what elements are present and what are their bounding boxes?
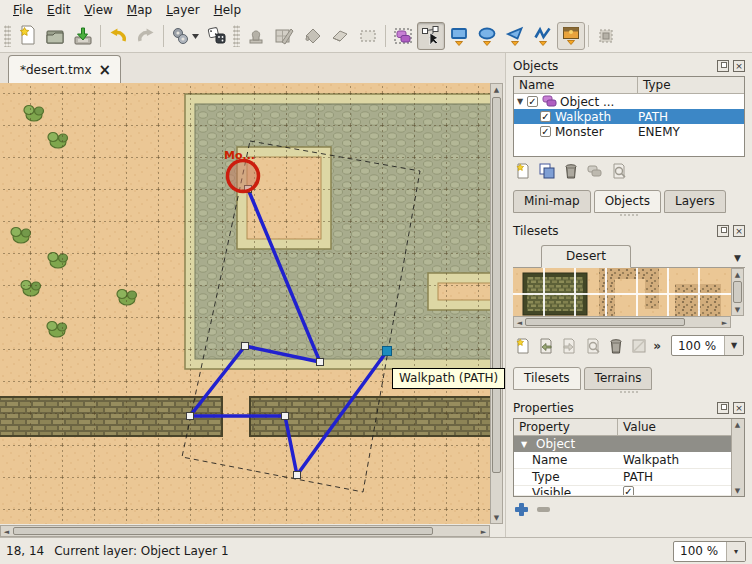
map-vertical-scrollbar[interactable]: ▲ ▼ <box>490 83 503 524</box>
scroll-right-icon[interactable]: ► <box>719 317 730 328</box>
scroll-right-icon[interactable]: ► <box>478 526 489 537</box>
tileset-vscroll-thumb[interactable] <box>733 281 742 303</box>
object-group-row[interactable]: ▼ ✓ Object ... <box>514 94 744 109</box>
objects-close-icon[interactable]: × <box>733 60 745 72</box>
expander-icon[interactable]: ▼ <box>517 97 527 106</box>
insert-polyline-tool-button[interactable] <box>529 22 557 50</box>
scroll-down-icon[interactable]: ▼ <box>732 304 743 315</box>
tileset-tab-desert[interactable]: Desert <box>541 245 631 268</box>
remove-property-button[interactable] <box>537 507 550 512</box>
map-hscroll-thumb[interactable] <box>13 527 433 535</box>
properties-float-icon[interactable] <box>717 402 729 414</box>
scroll-left-icon[interactable]: ◄ <box>514 317 525 328</box>
remove-tileset-button[interactable] <box>607 337 624 355</box>
bucket-fill-button[interactable] <box>298 22 326 50</box>
scroll-up-icon[interactable]: ▲ <box>491 84 502 95</box>
property-name-value[interactable]: Walkpath <box>618 453 731 467</box>
toolbar-grip-2[interactable] <box>233 25 240 47</box>
objects-float-icon[interactable] <box>717 60 729 72</box>
menu-file[interactable]: File <box>6 2 40 18</box>
tileset-hscroll-thumb[interactable] <box>525 318 685 326</box>
tileset-dropdown-icon[interactable]: ▼ <box>734 253 741 267</box>
expander-icon[interactable]: ▼ <box>521 440 531 449</box>
scroll-down-icon[interactable]: ▼ <box>491 512 502 523</box>
monster-object-circle[interactable] <box>228 161 259 192</box>
tab-tilesets[interactable]: Tilesets <box>513 367 581 390</box>
undo-button[interactable] <box>104 22 132 50</box>
rect-select-button[interactable] <box>354 22 382 50</box>
properties-scrollbar[interactable]: ▲ ▼ <box>731 419 744 496</box>
document-tab-desert[interactable]: *desert.tmx × <box>8 55 121 83</box>
tileset-vertical-scrollbar[interactable]: ▲ ▼ <box>731 268 744 316</box>
export-tileset-button[interactable] <box>560 337 577 355</box>
menu-edit[interactable]: Edit <box>40 2 77 18</box>
remove-object-button[interactable] <box>562 162 580 180</box>
tilesets-float-icon[interactable] <box>717 225 729 237</box>
objects-column-type[interactable]: Type <box>638 77 676 93</box>
tab-layers[interactable]: Layers <box>664 190 726 213</box>
eraser-button[interactable] <box>326 22 354 50</box>
tileset-canvas[interactable] <box>513 268 731 316</box>
properties-column-property[interactable]: Property <box>514 419 618 435</box>
toolbar-overflow-chevron[interactable]: » <box>653 339 661 353</box>
add-property-button[interactable] <box>515 503 528 516</box>
monster-row[interactable]: ✓ Monster ENEMY <box>514 124 744 139</box>
map-vscroll-thumb[interactable] <box>492 97 501 473</box>
combo-dropdown-icon[interactable]: ▾ <box>726 542 745 561</box>
new-file-button[interactable] <box>13 22 41 50</box>
menu-layer[interactable]: Layer <box>159 2 206 18</box>
walkpath-checkbox[interactable]: ✓ <box>540 111 551 122</box>
import-tileset-button[interactable] <box>537 337 554 355</box>
scroll-up-icon[interactable]: ▲ <box>732 269 743 280</box>
property-row-name[interactable]: Name Walkpath <box>514 452 731 469</box>
tileset-horizontal-scrollbar[interactable]: ◄ ► <box>513 316 731 328</box>
walkpath-row[interactable]: ✓ Walkpath PATH <box>514 109 744 124</box>
walkpath-selected-vertex[interactable] <box>383 347 392 356</box>
dock-splitter[interactable] <box>513 214 745 219</box>
tilesets-close-icon[interactable]: × <box>733 225 745 237</box>
scroll-left-icon[interactable]: ◄ <box>1 526 12 537</box>
toolbar-grip[interactable] <box>4 25 11 47</box>
monster-checkbox[interactable]: ✓ <box>540 126 551 137</box>
tileset-zoom-combo[interactable]: 100 % ▼ <box>671 335 744 356</box>
stamp-brush-button[interactable] <box>242 22 270 50</box>
tab-terrains[interactable]: Terrains <box>584 367 653 390</box>
menu-help[interactable]: Help <box>207 2 248 18</box>
property-visible-checkbox[interactable]: ✓ <box>623 486 634 496</box>
insert-tile-tool-button[interactable] <box>557 22 585 50</box>
objects-column-name[interactable]: Name <box>514 77 638 93</box>
scroll-down-icon[interactable]: ▼ <box>732 485 743 496</box>
move-objects-button[interactable] <box>586 162 604 180</box>
random-mode-button[interactable] <box>203 22 231 50</box>
tileset-view[interactable]: ▲ ▼ <box>513 268 745 316</box>
tab-close-icon[interactable]: × <box>99 64 112 76</box>
terrain-brush-button[interactable] <box>270 22 298 50</box>
properties-column-value[interactable]: Value <box>618 419 661 435</box>
duplicate-object-button[interactable] <box>538 162 556 180</box>
tab-mini-map[interactable]: Mini-map <box>513 190 591 213</box>
property-row-type[interactable]: Type PATH <box>514 469 731 486</box>
open-file-button[interactable] <box>41 22 69 50</box>
redo-button[interactable] <box>132 22 160 50</box>
objects-tree-header[interactable]: Name Type <box>514 77 744 94</box>
menu-view[interactable]: View <box>77 2 119 18</box>
properties-close-icon[interactable]: × <box>733 402 745 414</box>
tile-stamp-button[interactable] <box>592 22 620 50</box>
scroll-up-icon[interactable]: ▲ <box>732 419 743 430</box>
add-object-button[interactable] <box>514 162 532 180</box>
insert-polygon-tool-button[interactable] <box>501 22 529 50</box>
tab-objects[interactable]: Objects <box>594 190 661 213</box>
automap-button[interactable] <box>167 22 203 50</box>
property-group-object[interactable]: ▼ Object <box>514 436 731 452</box>
map-horizontal-scrollbar[interactable]: ◄ ► <box>0 525 490 537</box>
tileset-properties-button[interactable] <box>584 337 601 355</box>
edit-polygons-tool-button[interactable] <box>417 22 445 50</box>
save-button[interactable] <box>69 22 97 50</box>
dock-splitter-2[interactable] <box>513 391 745 396</box>
properties-header[interactable]: Property Value <box>514 419 731 436</box>
insert-rectangle-tool-button[interactable] <box>445 22 473 50</box>
map-canvas[interactable]: Mo... <box>0 83 490 524</box>
edit-tileset-button[interactable] <box>630 337 647 355</box>
menu-map[interactable]: Map <box>120 2 159 18</box>
object-group-checkbox[interactable]: ✓ <box>527 96 538 107</box>
